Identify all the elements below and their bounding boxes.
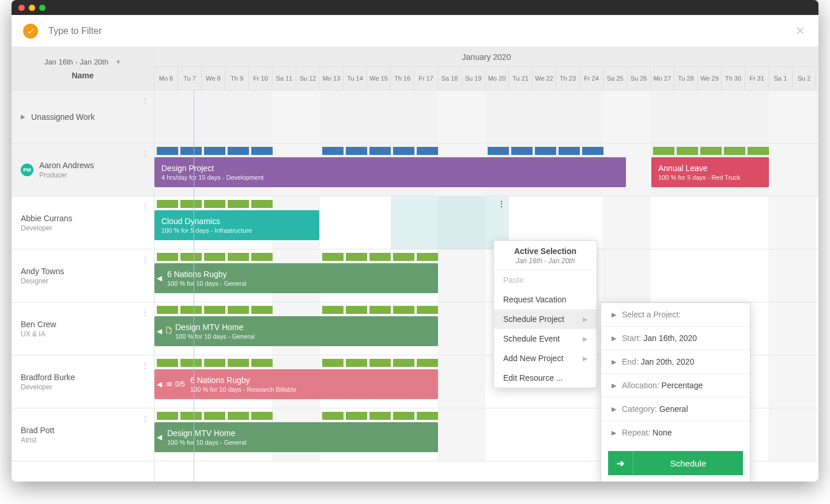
caret-right-icon: ▶ <box>612 406 616 413</box>
day-cell[interactable]: We 22 <box>533 67 556 90</box>
day-cell[interactable]: Tu 21 <box>509 67 533 90</box>
bar-subtitle: 4 hrs/day for 15 days - Development <box>161 174 619 181</box>
selection-box[interactable]: ⋮ <box>391 196 509 249</box>
day-cell[interactable]: Mo 13 <box>320 67 344 90</box>
bar-title: 6 Nations Rugby <box>167 270 431 279</box>
resource-name: Bradford Burke <box>21 373 75 382</box>
panel-row-category[interactable]: ▶ Category: General <box>601 397 750 421</box>
panel-row-allocation[interactable]: ▶ Allocation: Percentage <box>601 374 750 397</box>
context-title: Active Selection <box>503 247 587 256</box>
day-cell[interactable]: We 29 <box>698 67 722 90</box>
panel-row-select-project[interactable]: ▶ Select a Project: <box>601 303 750 327</box>
submenu-arrow-icon: ▶ <box>583 335 587 343</box>
booking-bar[interactable]: Cloud Dynamics 100 % for 5 days - Infras… <box>154 210 319 240</box>
row-menu-icon[interactable]: ⋮ <box>141 255 148 264</box>
day-cell[interactable]: Su 26 <box>627 67 651 90</box>
row-menu-icon[interactable]: ⋮ <box>141 308 148 317</box>
day-cell[interactable]: Mo 6 <box>154 67 178 90</box>
row-menu-icon[interactable]: ⋮ <box>141 202 148 211</box>
track-unassigned[interactable] <box>154 90 818 143</box>
row-aaron[interactable]: PM Aaron Andrews Producer ⋮ <box>12 143 154 196</box>
track-abbie[interactable]: Cloud Dynamics 100 % for 5 days - Infras… <box>154 196 818 249</box>
bar-subtitle: 100 % for 5 days - Red Truck <box>658 174 762 181</box>
row-bradford[interactable]: Bradford Burke Developer ⋮ <box>12 355 154 408</box>
day-cell[interactable]: Th 16 <box>391 67 414 90</box>
bar-subtitle: 100 % for 10 days - General <box>167 439 431 446</box>
row-abbie[interactable]: Abbie Currans Developer ⋮ <box>12 196 154 249</box>
day-cell[interactable]: Th 9 <box>225 67 249 90</box>
menu-item-schedule-project[interactable]: Schedule Project ▶ <box>494 309 597 329</box>
booking-bar[interactable]: Design Project 4 hrs/day for 15 days - D… <box>154 157 626 187</box>
panel-row-repeat[interactable]: ▶ Repeat: None <box>601 421 750 444</box>
row-andy[interactable]: Andy Towns Designer ⋮ <box>12 249 154 302</box>
caret-right-icon: ▶ <box>612 335 616 342</box>
app-logo-icon <box>23 24 38 39</box>
window-minimize-icon[interactable] <box>29 5 35 11</box>
day-cell[interactable]: Tu 14 <box>344 67 367 90</box>
booking-bar[interactable]: ◀ Design MTV Home 100 % for 10 days - Ge… <box>154 422 438 452</box>
month-label: January 2020 <box>154 47 818 67</box>
date-range-button[interactable]: Jan 16th - Jan 20th ▼ <box>44 58 121 66</box>
row-menu-icon[interactable]: ⋮ <box>141 149 148 158</box>
panel-row-start[interactable]: ▶ Start: Jan 16th, 2020 <box>601 327 750 350</box>
resource-name: Ben Crew <box>21 320 56 329</box>
day-cell[interactable]: Fr 10 <box>249 67 273 90</box>
day-cell[interactable]: We 15 <box>367 67 391 90</box>
row-unassigned[interactable]: ▶ Unassigned Work ⋮ <box>12 90 154 143</box>
day-cell[interactable]: Su 2 <box>793 67 816 90</box>
avatar-badge: PM <box>21 164 33 176</box>
day-cell[interactable]: Mo 27 <box>651 67 674 90</box>
day-cell[interactable]: Th 23 <box>556 67 580 90</box>
resource-name: Abbie Currans <box>21 214 73 223</box>
menu-item-request-vacation[interactable]: Request Vacation <box>494 290 597 309</box>
filter-input[interactable] <box>48 26 279 36</box>
menu-item-edit-resource[interactable]: Edit Resource ... <box>494 368 597 388</box>
schedule-button[interactable]: Schedule <box>633 451 743 475</box>
day-cell[interactable]: Tu 28 <box>674 67 698 90</box>
day-cell[interactable]: Mo 20 <box>485 67 509 90</box>
booking-bar[interactable]: ◀ 6 Nations Rugby 100 % for 10 days - Ge… <box>154 263 438 293</box>
name-column-header: Name <box>71 71 93 80</box>
day-cell[interactable]: Tu 7 <box>178 67 202 90</box>
panel-action-row: ➔ Schedule <box>608 451 743 475</box>
day-cell[interactable]: Sa 1 <box>769 67 793 90</box>
track-aaron[interactable]: Design Project 4 hrs/day for 15 days - D… <box>154 143 818 196</box>
row-ben[interactable]: Ben Crew UX & IA ⋮ <box>12 302 154 355</box>
row-menu-icon[interactable]: ⋮ <box>141 96 148 105</box>
day-cell[interactable]: Su 12 <box>296 67 320 90</box>
resource-name: Aaron Andrews <box>39 161 94 170</box>
selection-menu-icon[interactable]: ⋮ <box>497 200 505 208</box>
day-cell[interactable]: Su 19 <box>462 67 485 90</box>
timeline-body: Design Project 4 hrs/day for 15 days - D… <box>154 90 818 482</box>
day-cell[interactable]: Th 30 <box>722 67 745 90</box>
panel-row-end[interactable]: ▶ End: Jan 20th, 2020 <box>601 350 750 374</box>
booking-bar[interactable]: ◀ Design MTV Home 100 % for 10 days - Ge… <box>154 316 438 346</box>
track-andy[interactable]: ◀ 6 Nations Rugby 100 % for 10 days - Ge… <box>154 249 818 302</box>
day-cell[interactable]: Fr 17 <box>414 67 438 90</box>
day-cell[interactable]: Sa 18 <box>438 67 462 90</box>
booking-bar[interactable]: Annual Leave 100 % for 5 days - Red Truc… <box>651 157 769 187</box>
menu-item-paste: Paste <box>494 270 597 290</box>
row-menu-icon[interactable]: ⋮ <box>141 414 148 423</box>
day-cell[interactable]: Sa 11 <box>273 67 296 90</box>
close-icon[interactable]: × <box>796 22 805 40</box>
row-brad[interactable]: Brad Pott Atrist ⋮ <box>12 408 154 461</box>
day-cell[interactable]: Fr 24 <box>580 67 603 90</box>
schedule-go-icon-button[interactable]: ➔ <box>608 451 633 475</box>
caret-right-icon: ▶ <box>612 311 616 319</box>
context-subtitle: Jan 16th - Jan 20th <box>503 257 587 265</box>
resource-sidebar: Jan 16th - Jan 20th ▼ Name ▶ Unassigned … <box>12 47 154 482</box>
day-cell[interactable]: Sa 25 <box>603 67 627 90</box>
caret-right-icon: ▶ <box>21 113 25 120</box>
resource-role: Producer <box>39 171 94 179</box>
window-zoom-icon[interactable] <box>39 5 46 11</box>
continues-left-icon: ◀ <box>157 327 162 335</box>
day-cell[interactable]: Fr 31 <box>745 67 769 90</box>
menu-item-schedule-event[interactable]: Schedule Event ▶ <box>494 329 597 348</box>
menu-item-add-new-project[interactable]: Add New Project ▶ <box>494 348 597 368</box>
day-cell[interactable]: We 8 <box>202 67 225 90</box>
window-close-icon[interactable] <box>18 5 25 11</box>
row-menu-icon[interactable]: ⋮ <box>141 361 148 370</box>
bar-title: Design Project <box>161 164 619 173</box>
booking-bar[interactable]: ◀ 0/5 6 Nations Rugby 100 % for 10 days … <box>154 369 438 399</box>
